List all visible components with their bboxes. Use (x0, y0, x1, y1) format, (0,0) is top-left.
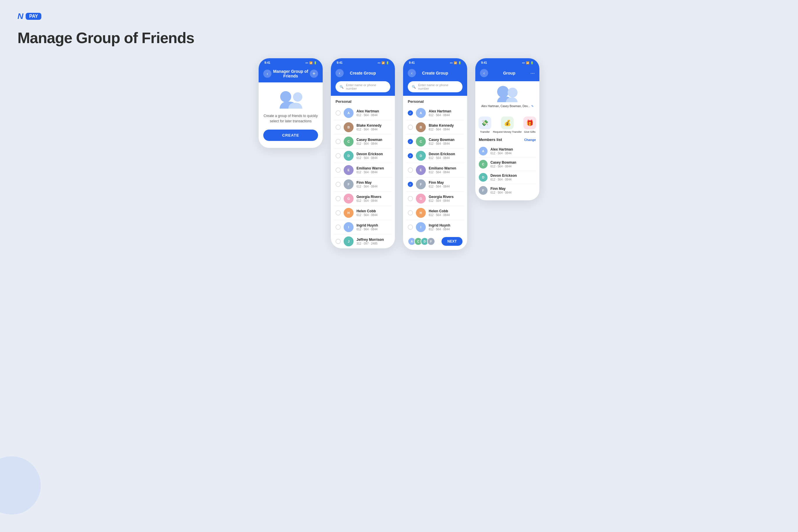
contact-info: Blake Kennedy 612 · 564 · 0844 (357, 124, 390, 131)
contact-checkbox[interactable] (336, 125, 341, 130)
status-bar-2: 9:41 ▪▪▪ 📶 🔋 (331, 58, 395, 66)
contact-avatar: C (344, 137, 354, 147)
contact-avatar: G (344, 194, 354, 204)
contact-item[interactable]: A Alex Hartman 612 · 564 · 0844 (334, 106, 392, 120)
contact-item[interactable]: H Helen Cobb 612 · 564 · 0844 (406, 206, 464, 220)
contact-item[interactable]: H Helen Cobb 612 · 564 · 0844 (334, 206, 392, 220)
contact-checkbox[interactable] (408, 125, 413, 130)
contact-item[interactable]: I Ingrid Huynh 612 · 564 · 0844 (406, 220, 464, 234)
contact-avatar: D (416, 151, 426, 161)
member-info: Casey Bowman 612 · 564 · 0844 (491, 160, 536, 168)
contact-checkbox[interactable] (408, 225, 413, 230)
contact-item[interactable]: G Georgia Rivers 612 · 564 · 0844 (334, 192, 392, 206)
contact-item[interactable]: E Emiliano Warren 612 · 564 · 0844 (406, 163, 464, 177)
contact-info: Alex Hartman 612 · 564 · 0844 (429, 109, 462, 117)
contact-checkbox[interactable]: ✓ (408, 110, 413, 116)
contact-checkbox[interactable]: ✓ (408, 182, 413, 187)
search-bar-2: 🔍 Enter name or phone number (331, 81, 395, 96)
contact-phone: 612 · 564 · 0844 (357, 199, 390, 202)
search-input-2[interactable]: 🔍 Enter name or phone number (336, 81, 390, 92)
members-section: Members list Change A Alex Hartman 612 ·… (475, 137, 539, 200)
contact-name: Casey Bowman (429, 138, 462, 142)
contact-name: Casey Bowman (357, 138, 390, 142)
back-button-3[interactable]: ‹ (408, 69, 416, 77)
contact-name: Alex Hartman (357, 109, 390, 113)
person-base-2 (288, 103, 302, 109)
contact-avatar: H (416, 208, 426, 218)
empty-description: Create a group of friends to quickly sel… (263, 113, 318, 124)
contact-checkbox[interactable] (336, 239, 341, 244)
member-item: A Alex Hartman 612 · 564 · 0844 (479, 145, 536, 158)
edit-icon[interactable]: ✎ (531, 104, 534, 108)
contact-phone: 612 · 564 · 0844 (429, 228, 462, 231)
phone-2-create-group: 9:41 ▪▪▪ 📶 🔋 ‹ Create Group 🔍 Enter name… (331, 58, 395, 248)
contact-item[interactable]: G Georgia Rivers 612 · 564 · 0844 (406, 192, 464, 206)
more-options-button[interactable]: ··· (530, 70, 535, 76)
person-icon-2 (293, 92, 302, 102)
section-label-2: Personal (331, 96, 395, 106)
contact-checkbox[interactable] (408, 167, 413, 173)
contact-name: Ingrid Huynh (357, 223, 390, 227)
status-time-4: 9:41 (481, 61, 487, 64)
action-button[interactable]: 🎁 Give Gifts (524, 116, 536, 133)
create-button[interactable]: CREATE (263, 130, 318, 141)
battery-icon: 🔋 (314, 61, 317, 64)
contact-item[interactable]: F Finn May 612 · 564 · 0844 (334, 177, 392, 192)
contact-item[interactable]: D Devon Erickson 612 · 564 · 0844 (334, 149, 392, 163)
phone-3-create-group-selected: 9:41 ▪▪▪ 📶 🔋 ‹ Create Group 🔍 Enter name… (403, 58, 467, 250)
contact-checkbox[interactable] (336, 167, 341, 173)
status-bar-3: 9:41 ▪▪▪ 📶 🔋 (403, 58, 467, 66)
contact-item[interactable]: ✓ C Casey Bowman 612 · 564 · 0844 (406, 135, 464, 149)
contact-item[interactable]: ✓ F Finn May 612 · 564 · 0844 (406, 177, 464, 192)
contact-name: Jeffrey Morrison (357, 238, 390, 242)
change-members-button[interactable]: Change (524, 138, 536, 141)
next-button[interactable]: NEXT (441, 237, 462, 246)
member-info: Alex Hartman 612 · 564 · 0844 (491, 147, 536, 155)
status-time-1: 9:41 (264, 61, 270, 64)
contact-item[interactable]: ✓ A Alex Hartman 612 · 564 · 0844 (406, 106, 464, 120)
contact-item[interactable]: C Casey Bowman 612 · 564 · 0844 (334, 135, 392, 149)
member-name: Devon Erickson (491, 174, 536, 178)
group-header-area: Alex Hartman, Casey Bowman, Dev... ✎ (475, 81, 539, 116)
member-info: Devon Erickson 612 · 564 · 0844 (491, 174, 536, 181)
contact-item[interactable]: B Blake Kennedy 612 · 564 · 0844 (334, 120, 392, 135)
back-button-1[interactable]: ‹ (263, 70, 271, 78)
member-info: Finn May 612 · 564 · 0844 (491, 187, 536, 194)
search-input-3[interactable]: 🔍 Enter name or phone number (408, 81, 462, 92)
action-button[interactable]: 💸 Transfer (478, 116, 491, 133)
contact-item[interactable]: I Ingrid Huynh 612 · 564 · 0844 (334, 220, 392, 234)
contact-checkbox[interactable] (336, 110, 341, 116)
nav-title-4: Group (488, 71, 530, 75)
person-icon-1 (280, 91, 291, 102)
contact-checkbox[interactable] (336, 182, 341, 187)
action-icon: 🎁 (524, 116, 536, 129)
nav-title-2: Create Group (344, 71, 382, 75)
logo-n: N (18, 12, 23, 21)
contact-phone: 612 · 564 · 0844 (357, 228, 390, 231)
contact-name: Blake Kennedy (429, 124, 462, 128)
contact-name: Georgia Rivers (357, 195, 390, 199)
contact-item[interactable]: J Jeffrey Morrison 312 · 097 · 2485 (334, 234, 392, 248)
back-button-2[interactable]: ‹ (336, 69, 344, 77)
back-button-4[interactable]: ‹ (480, 69, 488, 77)
contact-checkbox[interactable] (336, 210, 341, 215)
group-names-text: Alex Hartman, Casey Bowman, Dev... ✎ (480, 104, 535, 108)
contact-checkbox[interactable] (408, 196, 413, 201)
selected-avatars: ACDF (408, 237, 433, 245)
contact-checkbox[interactable] (336, 196, 341, 201)
contact-item[interactable]: B Blake Kennedy 612 · 564 · 0844 (406, 120, 464, 135)
contact-checkbox[interactable] (336, 153, 341, 158)
contact-item[interactable]: ✓ D Devon Erickson 612 · 564 · 0844 (406, 149, 464, 163)
contact-item[interactable]: E Emiliano Warren 612 · 564 · 0844 (334, 163, 392, 177)
contact-phone: 612 · 564 · 0844 (429, 199, 462, 202)
contact-checkbox[interactable] (336, 225, 341, 230)
battery-icon-2: 🔋 (386, 61, 389, 64)
contact-checkbox[interactable]: ✓ (408, 139, 413, 144)
contact-checkbox[interactable] (408, 210, 413, 215)
action-button[interactable]: 💰 Request Money Transfer (493, 116, 522, 133)
add-button-1[interactable]: + (310, 70, 318, 78)
contact-checkbox[interactable]: ✓ (408, 153, 413, 158)
status-icons-3: ▪▪▪ 📶 🔋 (450, 61, 461, 64)
status-time-2: 9:41 (337, 61, 342, 64)
contact-checkbox[interactable] (336, 139, 341, 144)
